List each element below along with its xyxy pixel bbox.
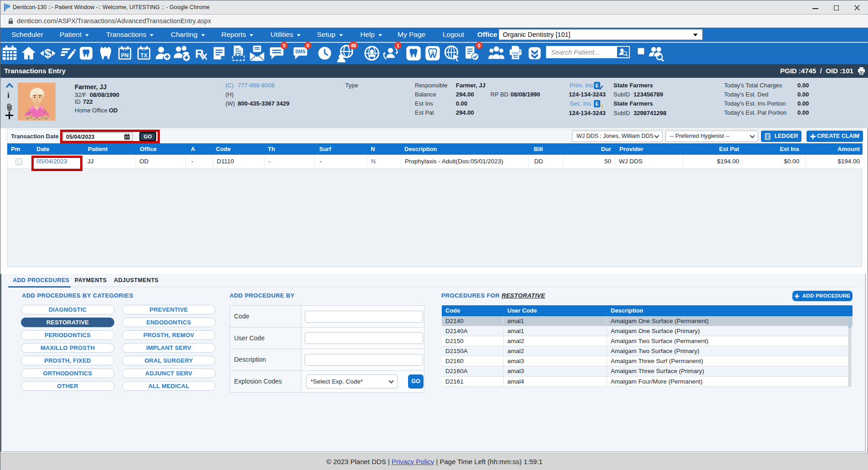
cell-date[interactable]: 05/04/2023: [30, 155, 83, 168]
ledger-button[interactable]: LEDGER: [761, 131, 802, 142]
procedure-row[interactable]: D2160A amal3 Amalgam Three Surface (Prim…: [442, 366, 853, 376]
tx-calendar-icon[interactable]: [136, 44, 152, 62]
add-patient-icon[interactable]: [154, 44, 171, 62]
calendar-picker-icon[interactable]: [124, 133, 130, 140]
create-claim-button[interactable]: CREATE CLAIM: [807, 131, 863, 142]
procedure-row[interactable]: D2160 amal3 Amalgam Three Surf (Permanen…: [442, 356, 853, 366]
cell-n[interactable]: N: [367, 155, 401, 168]
nav-setup[interactable]: Setup: [317, 28, 343, 41]
globe-cursor-icon[interactable]: [444, 44, 461, 62]
edit-notes-icon[interactable]: [59, 44, 76, 62]
nav-utilities[interactable]: Utilities: [271, 28, 301, 41]
cat-diagnostic[interactable]: DIAGNOSTIC: [21, 305, 114, 314]
code-input[interactable]: [305, 311, 423, 323]
sms-icon[interactable]: 0: [292, 44, 308, 62]
explosion-go-button[interactable]: GO: [408, 374, 424, 389]
cat-periodontics[interactable]: PERIODONTICS: [21, 330, 114, 340]
send-mail-icon[interactable]: [249, 44, 266, 62]
phone-cell-value[interactable]: 777-666-8008: [238, 82, 275, 89]
cat-orthodontics[interactable]: ORTHODONTICS: [21, 369, 114, 378]
procedure-row[interactable]: D2161 amal4 Amalgam Four/More (Permanent…: [442, 377, 853, 387]
globe-person-icon[interactable]: [363, 44, 380, 62]
transaction-row[interactable]: 05/04/2023 JJ OD - D1110 - - N Prophylax…: [7, 155, 863, 169]
go-button[interactable]: GO: [139, 132, 156, 141]
notes-icon[interactable]: [211, 44, 227, 62]
url-text[interactable]: denticon.com/ASPX/Transactions/AdvancedT…: [17, 15, 211, 27]
add-icon[interactable]: [5, 111, 13, 121]
nav-logout[interactable]: Logout: [443, 28, 464, 41]
cat-endodontics[interactable]: ENDODONTICS: [122, 318, 215, 327]
people-group-icon[interactable]: [488, 44, 505, 62]
nav-charting[interactable]: Charting: [171, 28, 205, 41]
cat-oral-surgery[interactable]: ORAL SURGERY: [122, 356, 215, 365]
cat-adjunct-serv[interactable]: ADJUNCT SERV: [122, 369, 215, 378]
description-input[interactable]: [305, 354, 423, 366]
minimize-button[interactable]: [806, 0, 826, 14]
cat-restorative[interactable]: RESTORATIVE: [21, 318, 114, 327]
scheduler-icon[interactable]: [1, 44, 18, 62]
tooth-square-icon[interactable]: [405, 44, 422, 62]
collapse-toolbar-icon[interactable]: [527, 44, 542, 62]
procedure-row[interactable]: D2140 amal1 Amalgam One Surface (Permane…: [442, 316, 853, 326]
transaction-date-input[interactable]: [63, 132, 133, 141]
nav-patient[interactable]: Patient: [60, 28, 89, 41]
patient-search-button[interactable]: [617, 47, 629, 57]
explosion-codes-select[interactable]: *Select Exp. Code*: [306, 374, 398, 389]
tooth-chart-icon[interactable]: [78, 44, 94, 62]
office-select[interactable]: Organic Dentistry [101]: [499, 29, 703, 40]
procedure-row[interactable]: D2150A amal2 Amalgam Two Surface (Primar…: [442, 346, 853, 356]
privacy-policy-link[interactable]: Privacy Policy: [392, 458, 434, 465]
cat-all-medical[interactable]: ALL MEDICAL: [122, 381, 215, 391]
toolbar-checkbox[interactable]: [638, 48, 644, 55]
scan-document-icon[interactable]: [230, 44, 247, 62]
cat-other[interactable]: OTHER: [21, 381, 114, 391]
chat-icon[interactable]: 0: [269, 44, 285, 62]
procedure-row[interactable]: D2150 amal2 Amalgam Two Surface (Permane…: [442, 336, 853, 346]
globe-user-icon[interactable]: 48: [337, 44, 355, 62]
nav-my-page[interactable]: My Page: [398, 28, 425, 41]
payments-icon[interactable]: [40, 44, 56, 62]
nav-help[interactable]: Help: [360, 28, 382, 41]
doc-check-icon[interactable]: 0: [464, 44, 480, 62]
tooth-two-icon[interactable]: [424, 44, 441, 62]
cat-maxillo-prosth[interactable]: MAXILLO PROSTH: [21, 343, 114, 353]
prim-ins-label[interactable]: Prim. Ins: [570, 82, 593, 89]
patient-photo[interactable]: [18, 83, 56, 121]
nav-reports[interactable]: Reports: [221, 28, 253, 41]
user-code-input[interactable]: [305, 332, 423, 344]
procedure-row[interactable]: D2140A amal1 Amalgam One Surface (Primar…: [442, 326, 853, 336]
tab-adjustments[interactable]: ADJUSTMENTS: [114, 274, 158, 287]
add-family-icon[interactable]: [173, 44, 190, 62]
collapse-panel-icon[interactable]: [6, 82, 13, 89]
nav-transactions[interactable]: Transactions: [106, 28, 153, 41]
patient-info-icon[interactable]: i: [7, 91, 10, 100]
rx-icon[interactable]: [194, 44, 209, 62]
tooth-crown-icon[interactable]: [98, 44, 113, 62]
cat-implant-serv[interactable]: IMPLANT SERV: [122, 343, 215, 353]
home-icon[interactable]: [20, 44, 37, 62]
sec-ins-icon[interactable]: E?: [594, 100, 603, 109]
procedures-scrollbar[interactable]: [848, 317, 852, 387]
user-sync-icon[interactable]: 1: [383, 44, 398, 62]
row-checkbox[interactable]: [15, 158, 22, 165]
sec-ins-label[interactable]: Sec. Ins: [570, 100, 591, 107]
tab-add-procedures[interactable]: ADD PROCEDURES: [13, 274, 69, 287]
prim-ins-icon[interactable]: E: [594, 82, 603, 90]
nav-scheduler[interactable]: Scheduler: [11, 28, 43, 41]
clock-icon[interactable]: [317, 44, 332, 62]
people-search-icon[interactable]: [648, 44, 665, 62]
cat-prosth-fixed[interactable]: PROSTH, FIXED: [21, 356, 114, 365]
printer-icon[interactable]: [507, 44, 524, 62]
maximize-button[interactable]: [827, 0, 847, 14]
cat-preventive[interactable]: PREVENTIVE: [122, 305, 215, 314]
pn-calendar-icon[interactable]: [117, 44, 133, 62]
close-button[interactable]: [848, 0, 868, 14]
tab-payments[interactable]: PAYMENTS: [75, 274, 107, 287]
cat-prosth-remov[interactable]: PROSTH, REMOV: [122, 330, 215, 340]
patient-search-input[interactable]: [546, 46, 618, 58]
provider-select[interactable]: WJ DDS : Jones, William DDS: [572, 131, 663, 142]
print-page-icon[interactable]: [857, 66, 866, 76]
add-procedure-button[interactable]: ADD PROCEDURE: [792, 291, 853, 301]
hygienist-select[interactable]: -- Preferred Hygienist --: [665, 131, 758, 142]
scrollbar-thumb[interactable]: [848, 317, 852, 328]
